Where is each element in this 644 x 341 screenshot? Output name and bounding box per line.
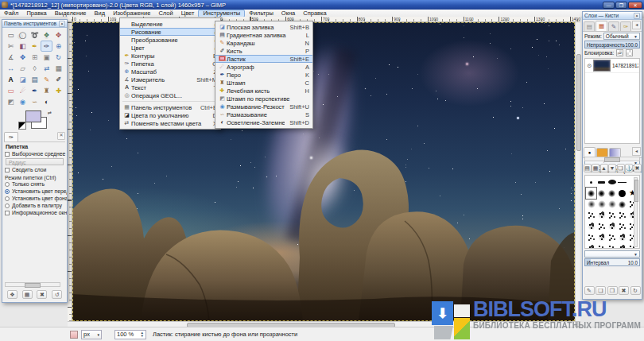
lock-alpha-icon[interactable] [626, 49, 633, 56]
tab-paths[interactable]: ✎ [608, 21, 619, 31]
brush-item-16[interactable] [596, 210, 607, 221]
menu-Изображение[interactable]: Изображение [109, 10, 154, 17]
tab-channels[interactable]: ▤ [584, 21, 595, 31]
edit-brush-button[interactable]: ✎ [584, 286, 595, 295]
lower-layer-button[interactable]: ▼ [608, 164, 616, 172]
option-checkbox[interactable]: Выборочное среднее [2, 150, 67, 157]
unit-select[interactable]: px▾ [81, 330, 102, 339]
paint-menu-item-Размывание-Резкость[interactable]: ◉Размывание-РезкостьShift+U [215, 103, 312, 110]
minimize-button[interactable]: — [603, 2, 615, 9]
radio-icon[interactable] [5, 203, 10, 208]
tool-free-select[interactable]: ➰ [29, 29, 41, 41]
paint-menu-item-Лечебная кисть[interactable]: ✚Лечебная кистьH [215, 87, 312, 95]
tool-zoom[interactable]: ⊕ [52, 41, 64, 52]
tools-menu-item-Текст[interactable]: AТекстT [120, 83, 220, 91]
restore-options-button[interactable]: ▦ [22, 290, 33, 299]
delete-options-button[interactable]: ✖ [37, 290, 47, 299]
delete-layer-button[interactable]: ✖ [634, 164, 642, 172]
tool-text[interactable]: A [5, 74, 17, 85]
foreground-color-swatch[interactable] [25, 110, 41, 122]
tool-align[interactable]: ⊞ [29, 52, 41, 63]
brush-item-1[interactable] [596, 176, 607, 188]
tool-paths[interactable]: ✒ [29, 41, 41, 52]
paint-menu-item-Плоская заливка[interactable]: ◪Плоская заливкаShift+B [215, 23, 312, 31]
opacity-slider[interactable]: Непрозрачность 100.0 [584, 41, 640, 48]
brush-item-6[interactable] [596, 188, 607, 199]
brush-item-11[interactable] [596, 199, 607, 210]
toolbox-title-bar[interactable]: Панель инструментов ✕ [2, 20, 67, 28]
swap-colors-icon[interactable]: ⇄ [48, 110, 52, 115]
tool-scale[interactable]: ↔ [5, 63, 17, 74]
dock-close-icon[interactable]: ✕ [634, 13, 640, 19]
close-button[interactable]: ✕ [628, 2, 642, 9]
tool-dodge-burn[interactable]: ◐ [41, 96, 52, 107]
brush-dock-menu-icon[interactable]: ◂ [632, 147, 641, 156]
tools-menu-item-Поменять местами цвета[interactable]: ⇄Поменять местами цветаX [120, 119, 220, 127]
option-radio[interactable]: Добавить в палитру [2, 202, 67, 209]
new-group-button[interactable]: ▦ [592, 164, 599, 172]
tool-select-by-color[interactable]: ✥ [52, 29, 64, 41]
checkbox-icon[interactable] [5, 152, 10, 157]
brush-item-5[interactable] [586, 188, 596, 199]
tool-fuzzy-select[interactable]: ❖ [41, 29, 52, 41]
tools-menu-item-Масштаб[interactable]: ⊕МасштабZ [120, 68, 220, 76]
tools-menu-item-Цвет[interactable]: Цвет▸ [120, 44, 220, 52]
tool-gradient[interactable]: ▤ [29, 74, 41, 85]
brush-item-33[interactable] [617, 243, 627, 249]
brush-item-3[interactable] [617, 176, 627, 188]
tool-clone[interactable]: ♜ [41, 85, 52, 96]
menu-Файл[interactable]: Файл [0, 10, 22, 17]
tools-menu-item-Цвета по умолчанию[interactable]: ◪Цвета по умолчаниюD [120, 111, 220, 119]
brush-item-12[interactable] [607, 199, 617, 210]
paint-menu-item-Штамп по перспективе[interactable]: ◩Штамп по перспективе [215, 95, 312, 103]
tab-layers[interactable]: ▦ [596, 21, 607, 31]
menu-Инструменты[interactable]: Инструменты [198, 10, 245, 17]
tool-bucket-fill[interactable]: ◪ [17, 74, 29, 85]
brush-item-22[interactable] [607, 221, 617, 232]
menu-Правка[interactable]: Правка [22, 10, 50, 17]
menu-Окна[interactable]: Окна [277, 10, 299, 17]
menu-Цвет[interactable]: Цвет [177, 10, 199, 17]
tool-options-tab[interactable]: ✑ [4, 132, 18, 141]
brush-item-27[interactable] [607, 232, 617, 243]
tools-menu-item-Панель инструментов[interactable]: ▦Панель инструментовCtrl+B [120, 103, 220, 111]
tool-paintbrush[interactable]: ✐ [52, 74, 64, 85]
tool-perspective-clone[interactable]: ◩ [5, 96, 17, 107]
brush-item-7[interactable] [607, 188, 617, 199]
tool-eraser[interactable]: ▭ [5, 85, 17, 96]
brush-item-17[interactable] [607, 210, 617, 221]
tool-move[interactable]: ✥ [17, 52, 29, 63]
brush-item-20[interactable] [586, 221, 596, 232]
visibility-eye-icon[interactable]: ⊙ [586, 63, 593, 69]
maximize-button[interactable]: ❐ [615, 2, 627, 9]
menu-Справка[interactable]: Справка [299, 10, 330, 17]
tool-ink[interactable]: ✒ [29, 85, 41, 96]
paint-menu-item-Перо[interactable]: ✒ПероK [215, 71, 312, 79]
tool-cage-transform[interactable]: ▦ [52, 63, 64, 74]
paint-menu-item-Аэрограф[interactable]: ☄АэрографA [215, 63, 312, 71]
brush-item-0[interactable] [586, 176, 596, 188]
paint-menu-item-Осветление-Затемнение[interactable]: ◐Осветление-ЗатемнениеShift+D [215, 118, 312, 126]
duplicate-brush-button[interactable]: ❐ [607, 286, 618, 295]
checkbox-icon[interactable] [5, 168, 10, 172]
tools-menu-item-Измеритель[interactable]: ∡ИзмерительShift+M [120, 76, 220, 83]
brush-spacing-slider[interactable]: Интервал 10.0 [584, 258, 640, 266]
brush-item-31[interactable] [596, 243, 607, 249]
menu-Фильтры[interactable]: Фильтры [245, 10, 277, 17]
option-radio[interactable]: Только снять [2, 180, 67, 188]
tool-flip[interactable]: ⇄ [41, 63, 52, 74]
toolbox-scrollbar[interactable] [5, 282, 60, 287]
radio-icon[interactable] [5, 182, 10, 187]
anchor-layer-button[interactable]: ⚓ [625, 164, 633, 172]
brush-item-8[interactable] [617, 188, 627, 199]
zoom-spinner[interactable]: 100 %▲▼ [114, 330, 146, 339]
option-checkbox[interactable]: Сводить слои [2, 166, 67, 173]
paint-menu-item-Кисть[interactable]: ✐КистьP [215, 47, 312, 55]
tools-menu-item-Рисование[interactable]: Рисование▸ [120, 28, 220, 36]
option-radio[interactable]: Установить цвет переднего [2, 188, 67, 195]
layer-row[interactable]: ⊙ 1478218912_12.j.. [585, 59, 639, 73]
tool-crop[interactable]: ▣ [41, 52, 52, 63]
tool-scissors-select[interactable]: ✄ [5, 41, 17, 52]
brush-item-23[interactable] [617, 221, 627, 232]
tools-menu-item-Выделение[interactable]: Выделение▸ [120, 20, 220, 28]
